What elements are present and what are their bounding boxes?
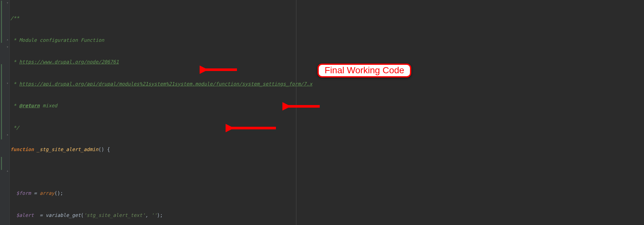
doc-comment: /** <box>10 15 19 21</box>
change-marker <box>1 1 2 43</box>
keyword: function <box>10 147 34 152</box>
code-line: /** <box>10 15 644 22</box>
code-line: $alert = variable_get('stg_site_alert_te… <box>10 212 644 219</box>
code-line: * Module configuration Function <box>10 37 644 44</box>
fold-marker-icon[interactable]: ▴ <box>6 38 9 41</box>
variable: $alert <box>16 212 34 218</box>
code-line <box>10 168 644 175</box>
doc-link: https://www.drupal.org/node/206761 <box>19 59 119 65</box>
annotation-label: Final Working Code <box>325 65 404 75</box>
annotation-callout: Final Working Code <box>317 64 411 77</box>
fold-marker-icon[interactable]: ▴ <box>6 169 9 172</box>
fold-marker-icon[interactable]: ▴ <box>6 133 9 136</box>
change-marker <box>1 157 2 170</box>
change-marker <box>1 64 2 139</box>
code-line: */ <box>10 124 644 132</box>
variable: $form <box>16 190 31 196</box>
code-line: * https://api.drupal.org/api/drupal/modu… <box>10 80 644 88</box>
code-editor[interactable]: /** * Module configuration Function * ht… <box>10 0 644 225</box>
fold-marker-icon[interactable]: ▾ <box>6 1 9 5</box>
function-name: _stg_site_alert_admin <box>37 147 98 152</box>
code-line: function _stg_site_alert_admin() { <box>10 146 644 153</box>
fold-marker-icon[interactable]: ▾ <box>6 45 9 49</box>
code-line: $form = array(); <box>10 190 644 197</box>
doc-link: https://api.drupal.org/api/drupal/module… <box>19 81 312 87</box>
doc-tag: @return <box>19 103 40 109</box>
editor-gutter: ▾ ▴ ▾ ▾ ▴ ▴ <box>0 0 10 225</box>
fold-marker-icon[interactable]: ▾ <box>6 82 9 85</box>
code-line: * @return mixed <box>10 102 644 110</box>
